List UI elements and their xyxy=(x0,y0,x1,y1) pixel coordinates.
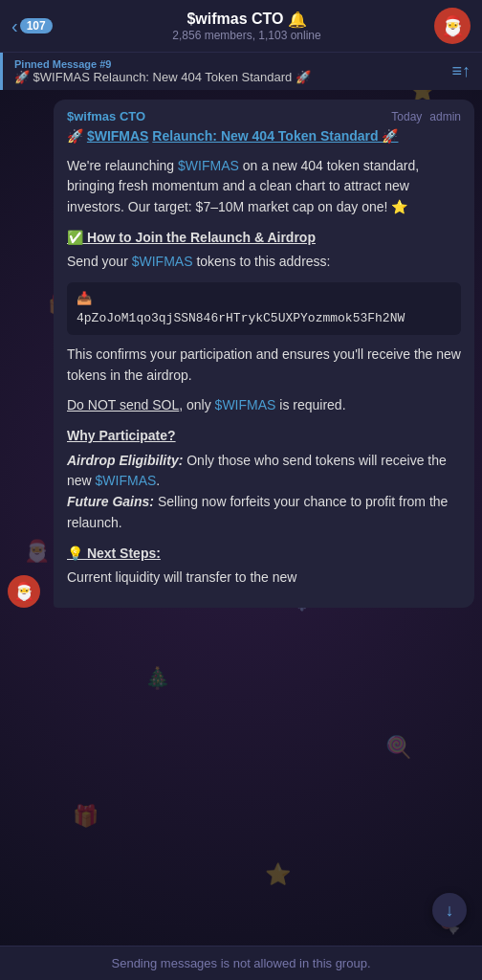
message-row: 🎅 $wifmas CTO Today admin 🚀 $WIFMAS Rela… xyxy=(8,100,474,608)
section3: 💡 Next Steps: Current liquidity will tra… xyxy=(67,544,461,589)
title-relaunch: Relaunch: New 404 Token Standard 🚀 xyxy=(152,128,398,144)
back-button[interactable]: ‹ 107 xyxy=(11,15,59,37)
message-header: $wifmas CTO Today admin xyxy=(67,109,461,123)
message-title: 🚀 $WIFMAS Relaunch: New 404 Token Standa… xyxy=(67,127,461,146)
header-center: $wifmas CTO 🔔 2,856 members, 1,103 onlin… xyxy=(69,11,425,42)
back-arrow-icon: ‹ xyxy=(11,15,18,37)
wallet-emoji: 📥 xyxy=(77,292,92,306)
admin-badge: admin xyxy=(429,110,461,123)
chat-avatar[interactable]: 🎅 xyxy=(434,8,471,44)
section1-text: Send your xyxy=(67,254,132,269)
message-content: 🚀 $WIFMAS Relaunch: New 404 Token Standa… xyxy=(67,127,461,589)
chat-title: $wifmas CTO 🔔 xyxy=(69,11,425,29)
section3-header: 💡 Next Steps: xyxy=(67,544,461,565)
scroll-down-button[interactable]: ↓ xyxy=(432,893,467,927)
message-bubble: $wifmas CTO Today admin 🚀 $WIFMAS Relaun… xyxy=(54,100,474,608)
para-1: We're relaunching $WIFMAS on a new 404 t… xyxy=(67,156,461,218)
para-2: This confirms your participation and ens… xyxy=(67,345,461,386)
bullet1-end: . xyxy=(156,473,160,488)
section1-header: ✅ How to Join the Relaunch & Airdrop xyxy=(67,228,461,249)
para-3: Do NOT send SOL, only $WIFMAS is require… xyxy=(67,395,461,416)
para1-prefix: We're relaunching xyxy=(67,158,178,173)
pinned-text: 🚀 $WIFMAS Relaunch: New 404 Token Standa… xyxy=(14,70,311,84)
notification-icon: 🔔 xyxy=(288,11,307,29)
sender-avatar: 🎅 xyxy=(8,575,40,608)
chat-title-text: $wifmas CTO xyxy=(186,11,283,28)
header: ‹ 107 $wifmas CTO 🔔 2,856 members, 1,103… xyxy=(0,0,482,53)
message-meta: Today admin xyxy=(391,110,461,123)
chevron-down-icon: ↓ xyxy=(446,901,454,921)
sender-name: $wifmas CTO xyxy=(67,109,145,123)
bullet2-bold: Future Gains: xyxy=(67,494,154,509)
avatar-emoji: 🎅 xyxy=(441,14,465,37)
pinned-menu-icon[interactable]: ≡↑ xyxy=(451,61,471,81)
bullet1: Airdrop Eligibility: Only those who send… xyxy=(67,451,461,492)
bullet1-link: $WIFMAS xyxy=(96,473,157,488)
title-wifmas: $WIFMAS xyxy=(87,128,149,144)
section3-text: Current liquidity will transfer to the n… xyxy=(67,569,296,585)
chat-area: 🎅 $wifmas CTO Today admin 🚀 $WIFMAS Rela… xyxy=(0,90,482,673)
title-link: 🚀 $WIFMAS Relaunch: New 404 Token Standa… xyxy=(67,128,398,144)
section1-suffix: tokens to this address: xyxy=(193,254,331,269)
para2-text: This confirms your participation and ens… xyxy=(67,346,461,383)
pinned-content: Pinned Message #9 🚀 $WIFMAS Relaunch: Ne… xyxy=(14,58,311,84)
message-time: Today xyxy=(391,110,422,123)
para3-underline: Do NOT send SOL xyxy=(67,397,179,412)
bottom-bar: Sending messages is not allowed in this … xyxy=(0,946,482,980)
wallet-address-block[interactable]: 📥 4pZoJoM1qo3qjSSN846rHTrykC5UXPYozmmok5… xyxy=(67,282,461,335)
para1-link: $WIFMAS xyxy=(178,158,239,173)
pinned-message-bar[interactable]: Pinned Message #9 🚀 $WIFMAS Relaunch: Ne… xyxy=(0,53,482,90)
wallet-address-text: 4pZoJoM1qo3qjSSN846rHTrykC5UXPYozmmok53F… xyxy=(77,311,405,325)
bullet2: Future Gains: Selling now forfeits your … xyxy=(67,492,461,533)
members-count: 2,856 members, 1,103 online xyxy=(69,29,425,42)
section2-header: Why Participate? xyxy=(67,426,461,447)
para3-suffix: is required. xyxy=(275,397,345,412)
section1-link: $WIFMAS xyxy=(132,254,193,269)
bottom-bar-text: Sending messages is not allowed in this … xyxy=(112,956,371,970)
pinned-label: Pinned Message #9 xyxy=(14,58,311,70)
back-count-badge: 107 xyxy=(20,18,53,33)
section1: ✅ How to Join the Relaunch & Airdrop Sen… xyxy=(67,228,461,273)
para3-link: $WIFMAS xyxy=(215,397,276,412)
section2: Why Participate? Airdrop Eligibility: On… xyxy=(67,426,461,533)
bullet1-bold: Airdrop Eligibility: xyxy=(67,453,183,468)
para3-middle: , only xyxy=(179,397,214,412)
